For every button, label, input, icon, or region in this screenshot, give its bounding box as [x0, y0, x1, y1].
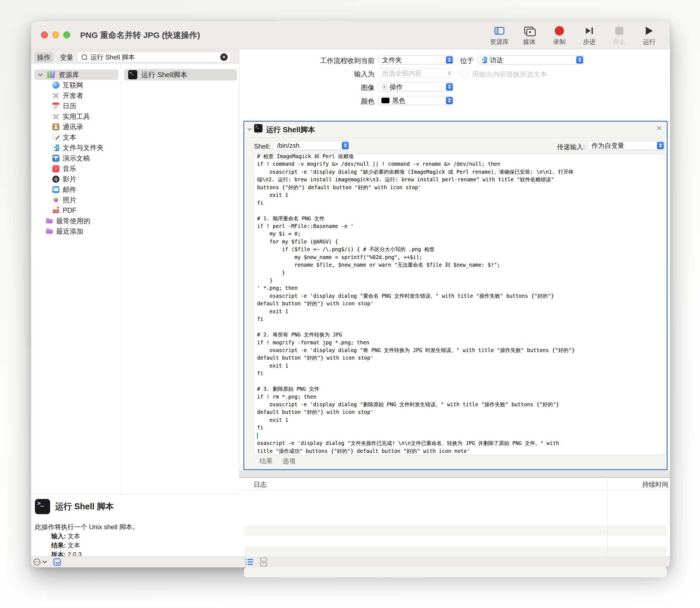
remove-action-icon[interactable]: ×	[656, 123, 662, 133]
chevron-down-icon[interactable]	[42, 559, 47, 564]
sidebar-item-影片[interactable]: Q影片	[31, 174, 121, 184]
close-window-button[interactable]	[41, 31, 48, 38]
shell-popup[interactable]: /bin/zsh	[273, 141, 349, 150]
image-value: 操作	[390, 82, 444, 91]
log-row	[244, 526, 667, 536]
located-in-popup[interactable]: 访达	[478, 55, 584, 64]
log-body	[239, 490, 670, 556]
tab-actions[interactable]: 操作	[34, 52, 54, 62]
script-line	[257, 377, 666, 385]
script-line: exit 1	[257, 191, 666, 199]
script-line: if ($file =~ /\.png$/i) { # 不区分大小写的 .png…	[257, 245, 666, 253]
sidebar-item-label: 音乐	[63, 164, 76, 173]
image-label: 图像	[282, 83, 374, 92]
toolbar-button-资源库[interactable]: 资源库	[486, 25, 512, 48]
action-list-item-run-shell-script[interactable]: 运行 Shell脚本	[124, 69, 237, 80]
sidebar-item-文本[interactable]: 文本	[31, 132, 121, 142]
photos-icon	[52, 196, 59, 203]
action-footer-tab-选项[interactable]: 选项	[283, 457, 295, 466]
sidebar-item-label: 日历	[63, 101, 76, 110]
log-header: 日志 持续时间	[239, 477, 670, 490]
mail-icon	[52, 186, 59, 193]
terminal-icon	[128, 70, 137, 79]
script-line: fi	[257, 369, 666, 377]
sidebar-item-PDF[interactable]: PDF	[31, 205, 121, 216]
script-line: }	[257, 269, 666, 277]
image-popup[interactable]: 操作	[378, 82, 453, 91]
sidebar-item-照片[interactable]: 照片	[31, 195, 121, 205]
toolbar-button-label: 运行	[643, 38, 656, 46]
sidebar-item-演示文稿[interactable]: 演示文稿	[31, 153, 121, 163]
status-bar	[31, 556, 670, 567]
zoom-window-button[interactable]	[63, 31, 70, 38]
title-bar[interactable]: PNG 重命名并转 JPG (快速操作) 资源库媒体录制步进停止运行	[31, 21, 670, 49]
clear-search-icon[interactable]: ×	[220, 54, 228, 61]
script-line	[257, 323, 666, 331]
library-column-divider	[121, 64, 121, 494]
action-footer-tabs: 结果选项	[259, 457, 295, 466]
black-color-swatch	[381, 98, 390, 103]
sidebar-item-library[interactable]: 资源库	[34, 70, 118, 80]
info-action-title: 运行 Shell 脚本	[55, 501, 114, 512]
action-footer-tab-结果[interactable]: 结果	[259, 457, 273, 466]
run-shell-script-action: 运行 Shell脚本 × Shell: /bin/zsh 传递输入: 作为自变量…	[244, 121, 667, 470]
workflow-canvas-gap	[239, 470, 670, 477]
popup-stepper-icon	[446, 56, 453, 63]
log-row	[244, 546, 667, 556]
script-line: rename $file, $new_name or warn "无法重命名 $…	[257, 261, 666, 269]
more-options-icon[interactable]	[34, 559, 40, 566]
toolbar-button-label: 步进	[583, 38, 596, 46]
library-label: 资源库	[59, 70, 79, 79]
sidebar-item-通讯录[interactable]: 通讯录	[31, 121, 121, 132]
sidebar-folder-最常使用的[interactable]: 最常使用的	[31, 216, 121, 226]
tab-variables[interactable]: 变量	[57, 52, 76, 62]
color-popup[interactable]: 黑色	[378, 96, 453, 105]
workflow-receives-value: 文件夹	[382, 56, 444, 64]
toolbar-button-label: 停止	[613, 38, 626, 46]
sidebar-item-互联网[interactable]: 互联网	[31, 80, 121, 90]
folder-icon	[46, 217, 53, 224]
library-category-list: 互联网开发者日历实用工具通讯录文本文件与文件夹演示文稿♪音乐Q影片邮件照片PDF…	[31, 80, 121, 236]
sidebar-item-label: 互联网	[63, 81, 83, 90]
note-icon	[52, 134, 59, 141]
workflow-receives-popup[interactable]: 文件夹	[378, 55, 453, 64]
window-title: PNG 重命名并转 JPG (快速操作)	[80, 21, 200, 49]
script-line: if ! rm *.png; then	[257, 393, 666, 400]
toolbar-button-运行[interactable]: 运行	[636, 25, 662, 48]
search-field[interactable]: 运行 Shell 脚本 ×	[77, 52, 230, 62]
toolbar-button-录制[interactable]: 录制	[546, 25, 572, 48]
pass-input-popup[interactable]: 作为自变量	[588, 141, 665, 150]
search-input-value[interactable]: 运行 Shell 脚本	[91, 53, 220, 62]
terminal-icon	[35, 499, 50, 514]
sidebar-item-日历[interactable]: 日历	[31, 101, 121, 111]
log-list-view-icon[interactable]	[245, 559, 253, 566]
info-pane-divider	[31, 494, 239, 494]
step-forward-icon	[586, 27, 593, 34]
action-disclosure-chevron-icon[interactable]	[248, 127, 252, 131]
minimize-window-button[interactable]	[52, 31, 59, 38]
toolbar-button-步进[interactable]: 步进	[576, 25, 602, 48]
sidebar-item-label: 演示文稿	[63, 154, 90, 163]
shell-script-editor[interactable]: # 检查 ImageMagick 和 Perl 依赖项if ! command …	[254, 154, 666, 455]
sidebar-folder-最近添加[interactable]: 最近添加	[31, 226, 121, 236]
sidebar-item-邮件[interactable]: 邮件	[31, 184, 121, 195]
script-line: 端\n2. 运行: brew install imagemagick\n3. 运…	[257, 176, 666, 183]
pass-input-label: 传递输入:	[557, 142, 585, 151]
sidebar-item-开发者[interactable]: 开发者	[31, 90, 121, 101]
shell-label: Shell:	[254, 142, 270, 150]
sidebar-item-音乐[interactable]: ♪音乐	[31, 163, 121, 174]
workflow-control-icon[interactable]	[54, 558, 61, 566]
sidebar-item-label: 文本	[63, 133, 76, 142]
action-item-label: 运行 Shell脚本	[141, 70, 187, 80]
toolbar-button-媒体[interactable]: 媒体	[516, 25, 542, 48]
sidebar-item-label: 开发者	[63, 91, 83, 100]
toolbar-button-label: 资源库	[490, 38, 509, 46]
popup-stepper-icon	[446, 70, 453, 77]
sidebar-item-文件与文件夹[interactable]: 文件与文件夹	[31, 142, 121, 153]
log-panel-view-icon[interactable]	[260, 557, 267, 567]
popup-stepper-icon	[446, 83, 453, 91]
media-icon	[524, 27, 534, 35]
sidebar-item-实用工具[interactable]: 实用工具	[31, 111, 121, 121]
disclosure-chevron-icon[interactable]	[38, 72, 43, 76]
utilx-icon	[52, 113, 59, 120]
